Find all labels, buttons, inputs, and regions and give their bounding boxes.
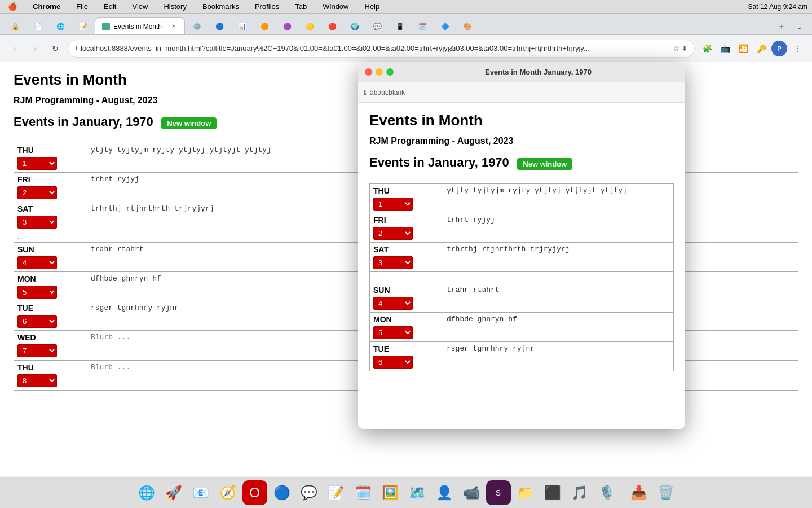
dock-filezilla[interactable]: 📁 [513, 480, 538, 505]
address-bar[interactable]: ℹ localhost:8888/events_in_month.html?ca… [68, 40, 695, 58]
popup-traffic-lights [365, 68, 394, 76]
tab-inactive-8[interactable]: 🟠 [254, 19, 275, 34]
dock-trash[interactable]: 🗑️ [654, 480, 678, 505]
tab-inactive-16[interactable]: 🔷 [434, 19, 456, 34]
tab-inactive-3[interactable]: 🌐 [50, 19, 71, 34]
tab-close-btn[interactable]: ✕ [170, 23, 178, 30]
bookmark-icon[interactable]: ☆ [673, 45, 679, 52]
tab-inactive-5[interactable]: ⚙️ [186, 19, 208, 34]
tab-inactive-6[interactable]: 🔵 [209, 19, 230, 34]
day-select-5[interactable]: 5 [373, 326, 413, 339]
history-menu[interactable]: History [160, 1, 189, 12]
day-select-2[interactable]: 2 [17, 186, 57, 199]
dock-facetime[interactable]: 📹 [459, 480, 484, 505]
dock-launchpad[interactable]: 🚀 [161, 480, 186, 505]
day-name-1: THU [373, 186, 439, 195]
day-select-3[interactable]: 3 [17, 216, 57, 229]
bookmarks-menu[interactable]: Bookmarks [199, 1, 242, 12]
day-select-8[interactable]: 8 [17, 374, 57, 387]
tab-menu[interactable]: Tab [292, 1, 310, 12]
section-title: Events in January, 1970 [14, 115, 153, 129]
event-cell-5: dfhbde ghnryn hf [443, 313, 674, 342]
dock-terminal[interactable]: ⬛ [540, 480, 565, 505]
password-icon[interactable]: 🔑 [753, 41, 769, 56]
day-name-5: MON [17, 274, 83, 283]
view-menu[interactable]: View [129, 1, 151, 12]
day-label-4: SUN4 [14, 243, 87, 272]
dock-opera[interactable]: O [242, 480, 267, 505]
popup-close-btn[interactable] [365, 68, 372, 76]
dock-contacts[interactable]: 👤 [432, 480, 457, 505]
day-name-5: MON [373, 315, 439, 324]
day-select-6[interactable]: 6 [17, 315, 57, 328]
dock-downloads[interactable]: 📥 [626, 480, 651, 505]
tab-inactive-10[interactable]: 🟡 [299, 19, 320, 34]
tab-inactive-13[interactable]: 💬 [367, 19, 388, 34]
day-select-2[interactable]: 2 [373, 227, 413, 240]
tab-inactive-4[interactable]: 📝 [72, 19, 94, 34]
day-select-7[interactable]: 7 [17, 344, 57, 357]
day-select-1[interactable]: 1 [17, 157, 57, 170]
back-button[interactable]: ‹ [7, 41, 23, 56]
dock-finder[interactable]: 🌐 [134, 480, 159, 505]
file-menu[interactable]: File [73, 1, 91, 12]
popup-minimize-btn[interactable] [376, 68, 383, 76]
popup-subtitle: RJM Programming - August, 2023 [369, 136, 674, 146]
popup-new-window-button[interactable]: New window [517, 158, 572, 170]
tab-inactive-15[interactable]: 🗓️ [412, 19, 433, 34]
dock: 🌐 🚀 📧 🧭 O 🔵 💬 📝 🗓️ 🖼️ 🗺️ 👤 📹 S 📁 ⬛ 🎵 🎙️ … [0, 476, 812, 508]
tab-inactive-14[interactable]: 📱 [389, 19, 411, 34]
popup-info-icon: ℹ [364, 89, 367, 97]
reload-button[interactable]: ↻ [47, 41, 63, 56]
tab-favicon [102, 23, 110, 30]
profiles-menu[interactable]: Profiles [251, 1, 283, 12]
help-menu[interactable]: Help [361, 1, 383, 12]
dock-slack[interactable]: S [486, 480, 511, 505]
chrome-menu[interactable]: Chrome [29, 1, 64, 12]
extensions-icon[interactable]: 🧩 [699, 41, 715, 56]
day-label-1: THU1 [370, 184, 443, 213]
active-tab[interactable]: Events in Month ✕ [95, 17, 185, 34]
tab-inactive-1[interactable]: 🔒 [5, 19, 26, 34]
dock-notes[interactable]: 📝 [324, 480, 348, 505]
day-select-5[interactable]: 5 [17, 286, 57, 299]
day-select-4[interactable]: 4 [373, 297, 413, 310]
popup-maximize-btn[interactable] [386, 68, 394, 76]
menu-icon[interactable]: ⋮ [789, 41, 805, 56]
dock-music[interactable]: 🎵 [567, 480, 592, 505]
day-name-7: WED [17, 333, 83, 342]
forward-button[interactable]: › [27, 41, 43, 56]
tab-inactive-17[interactable]: 🎨 [457, 19, 478, 34]
dock-safari[interactable]: 🧭 [215, 480, 240, 505]
tab-inactive-7[interactable]: 📊 [231, 19, 253, 34]
day-select-3[interactable]: 3 [373, 256, 413, 269]
dock-chrome[interactable]: 🔵 [270, 480, 294, 505]
day-select-6[interactable]: 6 [373, 356, 413, 369]
dock-messages[interactable]: 💬 [297, 480, 321, 505]
popup-section-header: Events in January, 1970 New window [369, 155, 674, 177]
apple-menu[interactable]: 🍎 [5, 1, 20, 12]
day-label-7: WED7 [14, 331, 87, 361]
tab-inactive-9[interactable]: 🟣 [276, 19, 298, 34]
menubar-time: Sat 12 Aug 9:24 am [748, 3, 807, 11]
day-label-6: TUE6 [370, 342, 443, 371]
dock-calendar[interactable]: 🗓️ [351, 480, 376, 505]
cast-icon[interactable]: 📺 [717, 41, 733, 56]
window-menu[interactable]: Window [319, 1, 352, 12]
tab-inactive-12[interactable]: 🌍 [344, 19, 365, 34]
dock-podcasts[interactable]: 🎙️ [594, 480, 619, 505]
tab-inactive-11[interactable]: 🔴 [321, 19, 343, 34]
day-select-1[interactable]: 1 [373, 198, 413, 211]
dock-photos[interactable]: 🖼️ [378, 480, 403, 505]
downloads-icon[interactable]: ⬇ [682, 45, 687, 52]
tab-search-btn[interactable]: ⌄ [792, 19, 807, 34]
new-tab-btn[interactable]: ＋ [774, 19, 789, 34]
new-window-button[interactable]: New window [161, 117, 217, 129]
tab-inactive-2[interactable]: 📄 [27, 19, 48, 34]
dock-maps[interactable]: 🗺️ [405, 480, 430, 505]
edit-menu[interactable]: Edit [100, 1, 120, 12]
screen-capture-icon[interactable]: 🎦 [735, 41, 751, 56]
day-select-4[interactable]: 4 [17, 256, 57, 269]
dock-mail[interactable]: 📧 [188, 480, 213, 505]
profile-icon[interactable]: P [771, 41, 787, 56]
